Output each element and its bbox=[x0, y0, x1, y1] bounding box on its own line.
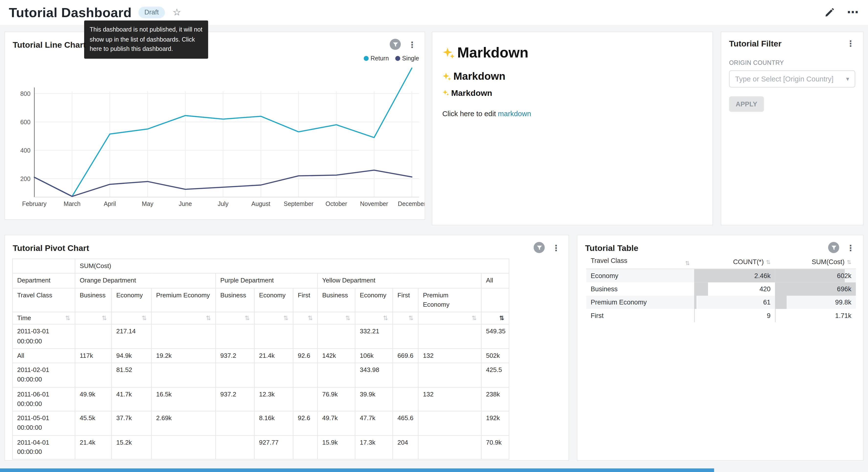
column-header-travel-class[interactable]: Travel Class⇅ bbox=[586, 255, 694, 268]
count-bar bbox=[694, 282, 708, 295]
pivot-class-header: Business bbox=[317, 288, 355, 312]
sort-icon[interactable]: ⇅ bbox=[408, 313, 413, 322]
pivot-value-cell: 41.7k bbox=[112, 387, 151, 411]
column-header-count[interactable]: COUNT(*)⇅ bbox=[694, 255, 775, 268]
pivot-value-cell bbox=[317, 363, 355, 387]
pivot-class-header bbox=[482, 288, 509, 312]
draft-badge[interactable]: Draft bbox=[138, 7, 165, 18]
sort-icon[interactable]: ⇅ bbox=[142, 313, 147, 322]
pivot-row: 2011-05-01 00:00:0045.5k37.7k2.69k8.16k9… bbox=[12, 411, 509, 435]
sort-icon[interactable]: ⇅ bbox=[345, 313, 350, 322]
edit-pencil-icon[interactable] bbox=[824, 7, 835, 18]
kebab-menu-icon[interactable]: ⋮ bbox=[845, 39, 857, 48]
star-icon[interactable]: ☆ bbox=[173, 7, 181, 18]
sort-icon[interactable]: ⇅ bbox=[766, 259, 770, 265]
column-header-sum-cost[interactable]: SUM(Cost)⇅ bbox=[775, 255, 856, 268]
pivot-row-label: All bbox=[12, 349, 75, 363]
legend-item[interactable]: Return bbox=[364, 55, 389, 61]
svg-text:April: April bbox=[104, 200, 116, 207]
pivot-value-cell bbox=[393, 324, 418, 348]
table-row: First91.71k bbox=[586, 308, 856, 322]
markdown-h1-text: Markdown bbox=[457, 44, 528, 61]
sort-icon[interactable]: ⇅ bbox=[308, 313, 313, 322]
sort-icon[interactable]: ⇅ bbox=[283, 313, 288, 322]
sum-cell: 1.71k bbox=[775, 308, 856, 322]
pivot-value-cell: 12.3k bbox=[254, 387, 293, 411]
pivot-value-cell: 92.6 bbox=[293, 411, 318, 435]
pivot-class-row: Travel ClassBusinessEconomyPremium Econo… bbox=[12, 288, 509, 312]
sort-icon[interactable]: ⇅ bbox=[383, 313, 388, 322]
filter-badge[interactable] bbox=[533, 242, 545, 253]
pivot-value-cell bbox=[293, 324, 318, 348]
caret-down-icon: ▾ bbox=[846, 75, 849, 82]
count-bar bbox=[694, 308, 694, 322]
pivot-value-cell bbox=[151, 435, 216, 459]
pivot-value-cell: 15.9k bbox=[317, 435, 355, 459]
count-cell: 9 bbox=[694, 308, 775, 322]
pivot-value-cell: 117k bbox=[75, 349, 112, 363]
pivot-value-cell: 19.2k bbox=[151, 349, 216, 363]
pivot-row: 2011-02-01 00:00:0081.52343.98425.5 bbox=[12, 363, 509, 387]
pivot-value-cell bbox=[254, 363, 293, 387]
kebab-menu-icon[interactable]: ⋮ bbox=[550, 243, 562, 252]
funnel-icon bbox=[831, 244, 837, 251]
pivot-value-cell bbox=[393, 387, 418, 411]
svg-text:March: March bbox=[64, 200, 81, 207]
filter-badge[interactable] bbox=[828, 242, 839, 253]
apply-button[interactable]: APPLY bbox=[729, 96, 764, 112]
pivot-class-header: Business bbox=[75, 288, 112, 312]
sort-icon[interactable]: ⇅ bbox=[847, 259, 851, 265]
bottom-tab-indicator bbox=[0, 468, 714, 472]
pivot-value-cell: 21.4k bbox=[254, 349, 293, 363]
pivot-department-row: DepartmentOrange DepartmentPurple Depart… bbox=[12, 273, 509, 288]
pivot-value-cell: 142k bbox=[317, 349, 355, 363]
svg-text:October: October bbox=[326, 200, 347, 207]
pivot-value-cell: 425.5 bbox=[482, 363, 509, 387]
pivot-value-cell: 217.14 bbox=[112, 324, 151, 348]
sort-icon[interactable]: ⇅ bbox=[471, 313, 476, 322]
sort-icon[interactable]: ⇅ bbox=[685, 261, 690, 267]
sort-icon[interactable]: ⇅ bbox=[102, 313, 107, 322]
pivot-value-cell bbox=[216, 435, 254, 459]
markdown-link[interactable]: markdown bbox=[498, 110, 531, 118]
more-menu-icon[interactable]: ⋯ bbox=[847, 9, 859, 16]
svg-text:February: February bbox=[22, 200, 47, 207]
sort-icon[interactable]: ⇅ bbox=[245, 313, 250, 322]
pivot-value-cell bbox=[293, 363, 318, 387]
pivot-measure-row: SUM(Cost) bbox=[12, 259, 509, 273]
pivot-value-cell bbox=[317, 324, 355, 348]
pivot-class-header: Economy bbox=[112, 288, 151, 312]
chart-legend: ReturnSingle bbox=[364, 55, 419, 61]
line-chart-card-header: Tutorial Line Chart ⋮ bbox=[5, 32, 425, 50]
origin-country-select[interactable]: Type or Select [Origin Country] ▾ bbox=[729, 70, 855, 88]
kebab-menu-icon[interactable]: ⋮ bbox=[406, 40, 418, 49]
pivot-row-label: 2011-02-01 00:00:00 bbox=[12, 363, 75, 387]
sort-icon[interactable]: ⇅ bbox=[65, 313, 70, 322]
results-table-body: Economy2.46k602kBusiness420696kPremium E… bbox=[586, 268, 856, 322]
pivot-class-header: Premium Economy bbox=[151, 288, 216, 312]
svg-text:800: 800 bbox=[20, 90, 31, 97]
sparkles-emoji-icon bbox=[442, 89, 450, 96]
select-placeholder: Type or Select [Origin Country] bbox=[735, 75, 834, 83]
pivot-value-cell: 204 bbox=[393, 435, 418, 459]
kebab-menu-icon[interactable]: ⋮ bbox=[845, 243, 857, 252]
pivot-row: 2011-06-01 00:00:0049.9k41.7k16.5k937.21… bbox=[12, 387, 509, 411]
sort-icon[interactable]: ⇅ bbox=[499, 313, 504, 322]
sum-bar bbox=[775, 295, 786, 308]
pivot-row-label: 2011-03-01 00:00:00 bbox=[12, 324, 75, 348]
pivot-row-label: 2011-06-01 00:00:00 bbox=[12, 387, 75, 411]
count-cell: 61 bbox=[694, 295, 775, 308]
pivot-group-header: Purple Department bbox=[216, 273, 318, 288]
pivot-class-header: Economy bbox=[254, 288, 293, 312]
sum-bar bbox=[775, 308, 775, 322]
sort-icon[interactable]: ⇅ bbox=[206, 313, 211, 322]
pivot-row: 2011-04-01 00:00:0021.4k15.2k927.7715.9k… bbox=[12, 435, 509, 459]
filter-badge[interactable] bbox=[390, 39, 401, 50]
pivot-value-cell bbox=[293, 435, 318, 459]
card-title: Tutorial Table bbox=[585, 243, 639, 252]
pivot-class-header: Premium Economy bbox=[418, 288, 481, 312]
legend-label: Single bbox=[402, 55, 419, 61]
legend-item[interactable]: Single bbox=[395, 55, 419, 61]
pivot-value-cell bbox=[75, 324, 112, 348]
card-title: Tutorial Pivot Chart bbox=[13, 243, 89, 252]
